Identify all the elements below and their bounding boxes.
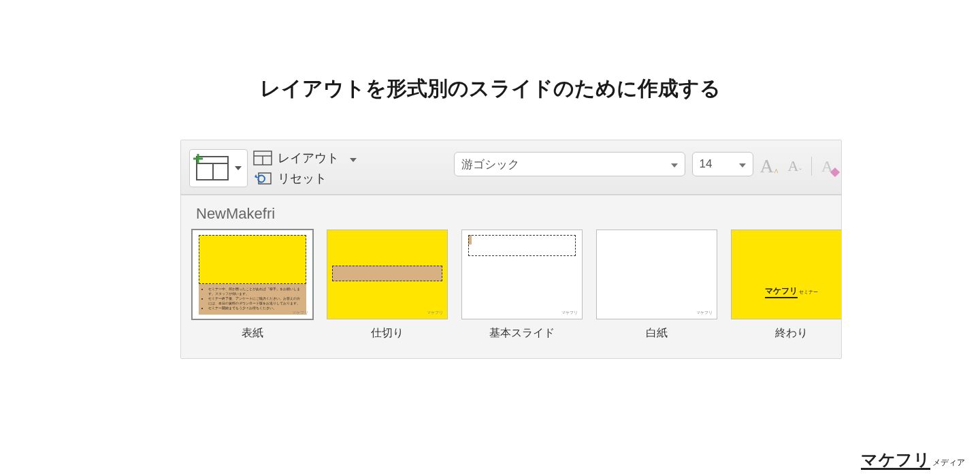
end-logo-main: マケフリ	[765, 285, 798, 298]
layout-icon	[253, 151, 272, 165]
logo-tiny-icon: マケフリ	[561, 310, 578, 316]
layout-label: 基本スライド	[489, 326, 555, 341]
page-title: レイアウトを形式別のスライドのために作成する	[0, 75, 980, 103]
new-slide-dropdown-caret[interactable]	[232, 166, 244, 170]
reset-label: リセット	[278, 170, 327, 187]
powerpoint-ribbon-screenshot: レイアウト リセット 游ゴシック	[180, 140, 842, 359]
reset-icon	[253, 171, 272, 186]
new-slide-icon	[193, 154, 231, 183]
new-slide-button[interactable]	[189, 149, 248, 187]
theme-name: NewMakefri	[181, 195, 841, 230]
font-size-buttons: A^ Aˇ A	[760, 151, 833, 177]
layout-label: 表紙	[242, 326, 263, 341]
increase-font-button[interactable]: A^	[760, 155, 779, 177]
watermark-logo: マケフリ メディア	[861, 450, 965, 470]
ribbon-layout-group: レイアウト リセット	[253, 147, 357, 187]
layout-option-divider[interactable]: マケフリ 仕切り	[327, 230, 448, 341]
layout-option-cover[interactable]: セミナー中、何か困ったことがあれば「挙手」をお願いします。スタッフが伺います。 …	[192, 230, 313, 341]
layout-option-end[interactable]: マケフリセミナー 終わり	[731, 230, 842, 341]
reset-button[interactable]: リセット	[253, 170, 357, 187]
font-size-value: 14	[700, 157, 713, 171]
layout-button[interactable]: レイアウト	[253, 150, 357, 166]
watermark-main: マケフリ	[861, 452, 930, 470]
font-size-select[interactable]: 14	[692, 152, 753, 176]
font-controls: 游ゴシック 14 A^ Aˇ A	[454, 147, 833, 177]
end-logo-sub: セミナー	[799, 289, 818, 294]
chevron-down-icon	[350, 151, 357, 165]
ribbon: レイアウト リセット 游ゴシック	[181, 140, 841, 195]
chevron-down-icon	[739, 157, 746, 171]
decrease-font-button[interactable]: Aˇ	[787, 157, 801, 175]
font-family-select[interactable]: 游ゴシック	[454, 152, 685, 176]
watermark-sub: メディア	[932, 457, 965, 469]
font-family-value: 游ゴシック	[461, 157, 519, 172]
chevron-down-icon	[671, 157, 678, 171]
divider	[811, 157, 812, 176]
layout-label: レイアウト	[278, 150, 339, 166]
logo-tiny-icon: マケフリ	[427, 310, 443, 316]
logo-tiny-icon: マケフリ	[292, 310, 308, 316]
layout-picker-panel: NewMakefri セミナー中、何か困ったことがあれば「挙手」をお願いします。…	[181, 195, 841, 358]
layout-option-basic[interactable]: マケフリ 基本スライド	[461, 230, 583, 341]
layout-label: 終わり	[775, 326, 808, 341]
logo-tiny-icon: マケフリ	[696, 310, 713, 316]
layout-label: 仕切り	[371, 326, 404, 341]
layout-option-blank[interactable]: マケフリ 白紙	[596, 230, 717, 341]
clear-formatting-button[interactable]: A	[821, 157, 833, 176]
layout-label: 白紙	[646, 326, 668, 341]
layout-thumbnails: セミナー中、何か困ったことがあれば「挙手」をお願いします。スタッフが伺います。 …	[181, 230, 841, 358]
